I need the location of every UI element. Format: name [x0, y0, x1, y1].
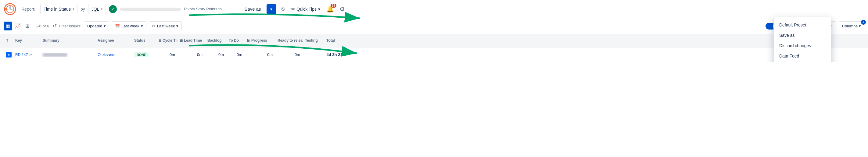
td-cycle: 0m: [156, 52, 178, 57]
filter-issues-label: Filter issues:: [59, 24, 82, 28]
table-header: T Key ↓ Summary Assignee Status ⊞ Cycle …: [0, 34, 868, 47]
pivot-text: Pivots Story Points fo...: [184, 7, 239, 11]
chart-icon: 📈: [14, 24, 21, 29]
save-as-button[interactable]: Save as: [242, 5, 263, 13]
td-total: 4d 2h 21m: [324, 52, 348, 57]
issue-type-icon: ◈: [6, 52, 11, 57]
share-icon: ⎋: [281, 6, 284, 12]
scissors-icon: ✂: [152, 24, 156, 28]
report-type-value: Time in Status: [43, 7, 71, 11]
dropdown-item-save-as[interactable]: Save as: [774, 30, 831, 40]
th-ready: Ready to relea...: [275, 38, 303, 43]
quick-tips-label: Quick Tips: [297, 7, 317, 11]
scissors-filter-select[interactable]: ✂ Last week ▾: [149, 21, 182, 31]
th-cycle: ⊞ Cycle Time: [156, 38, 178, 43]
notification-badge: 29: [331, 4, 336, 8]
td-key: RD-147 ↗: [13, 53, 40, 57]
td-todo: 0m: [226, 52, 245, 57]
gear-icon: ⚙: [339, 6, 345, 12]
table-view-button[interactable]: ⊞: [24, 22, 31, 31]
th-status: Status: [132, 38, 156, 43]
calendar-icon: 📅: [115, 24, 120, 28]
chevron-down-icon2: ▾: [101, 7, 102, 11]
svg-marker-4: [5, 8, 8, 10]
refresh-icon[interactable]: ↺: [53, 23, 57, 29]
filter-issues-select[interactable]: Updated ▾: [84, 21, 109, 31]
chevron-down-icon: ▾: [72, 7, 74, 11]
td-ready: 0m: [275, 52, 303, 57]
trend-icon[interactable]: ↗: [29, 53, 32, 57]
columns-button[interactable]: Columns ▾ 4: [839, 21, 864, 31]
validation-check: ✓: [109, 5, 117, 13]
app-logo: [4, 3, 17, 15]
dropdown-item-discard[interactable]: Discard changes: [774, 40, 831, 51]
th-type: T: [4, 38, 13, 43]
td-assignee: Oleksandr: [95, 52, 132, 57]
last-week-value: Last week: [121, 24, 140, 28]
chevron-down-icon7: ▾: [176, 24, 179, 28]
jql-value: JQL: [92, 7, 99, 11]
td-status: DONE: [132, 52, 156, 57]
th-inprogress: In Progress: [245, 38, 275, 43]
grid-view-button[interactable]: ▦: [4, 22, 12, 31]
share-button[interactable]: ⎋: [279, 5, 286, 13]
chevron-down-icon6: ▾: [141, 24, 143, 28]
td-lead: 0m: [178, 52, 205, 57]
th-key[interactable]: Key ↓: [13, 38, 40, 43]
th-backlog: Backlog: [205, 38, 226, 43]
table-icon: ⊞: [25, 24, 29, 29]
chevron-down-icon5: ▾: [104, 24, 106, 28]
th-testing: Testing: [303, 38, 324, 43]
report-label: Report:: [21, 7, 35, 11]
last-week2-value: Last week: [157, 24, 175, 28]
th-todo: To Do: [226, 38, 245, 43]
grid-icon: ▦: [5, 24, 10, 29]
td-summary: [40, 53, 95, 57]
td-inprogress: 0m: [245, 52, 275, 57]
chevron-down-icon9: ▾: [859, 24, 861, 28]
updated-value: Updated: [87, 24, 102, 28]
th-lead: ⊞ Lead Time: [178, 38, 205, 43]
second-bar: ▦ 📈 ⊞ 1–6 of 6 ↺ Filter issues: Updated …: [0, 18, 868, 34]
columns-label: Columns: [842, 24, 858, 28]
settings-button[interactable]: ⚙: [338, 4, 346, 14]
quick-tips-button[interactable]: ✏ Quick Tips ▾: [289, 5, 322, 13]
th-summary: Summary: [40, 38, 95, 43]
status-badge: DONE: [134, 52, 149, 57]
chevron-down-icon3: ▾: [270, 7, 272, 11]
pencil-icon: ✏: [291, 6, 295, 12]
summary-blurred: [43, 53, 67, 57]
date-filter-select[interactable]: 📅 Last week ▾: [112, 21, 146, 31]
count-label: 1–6 of 6: [35, 24, 49, 28]
th-total: Total: [324, 38, 348, 43]
chart-view-button[interactable]: 📈: [13, 22, 23, 31]
chevron-down-icon4: ▾: [318, 7, 320, 11]
report-type-select[interactable]: Time in Status ▾: [40, 4, 78, 14]
dropdown-menu: Default Preset Save as Discard changes D…: [773, 17, 831, 62]
dropdown-item-default-preset[interactable]: Default Preset: [774, 20, 831, 30]
by-label: by: [81, 7, 85, 11]
dropdown-item-preset-menu[interactable]: Preset menu: [774, 61, 831, 62]
table-row: ◈ RD-147 ↗ Oleksandr DONE 0m 0m 0m 0m 0m…: [0, 47, 868, 62]
top-bar: Report: Time in Status ▾ by JQL ▾ ✓ Pivo…: [0, 0, 868, 18]
td-type: ◈: [4, 52, 13, 57]
issue-key-link[interactable]: RD-147: [15, 53, 28, 57]
th-assignee: Assignee: [95, 38, 132, 43]
jql-select[interactable]: JQL ▾: [88, 4, 106, 14]
td-backlog: 0m: [205, 52, 226, 57]
columns-badge: 4: [861, 20, 866, 25]
view-toggle-group: ▦ 📈 ⊞: [4, 22, 31, 31]
progress-bar: [120, 8, 181, 11]
dropdown-toggle-button[interactable]: ▾: [267, 4, 276, 14]
notifications-button[interactable]: 🔔 29: [325, 4, 335, 14]
dropdown-item-data-feed[interactable]: Data Feed: [774, 51, 831, 61]
